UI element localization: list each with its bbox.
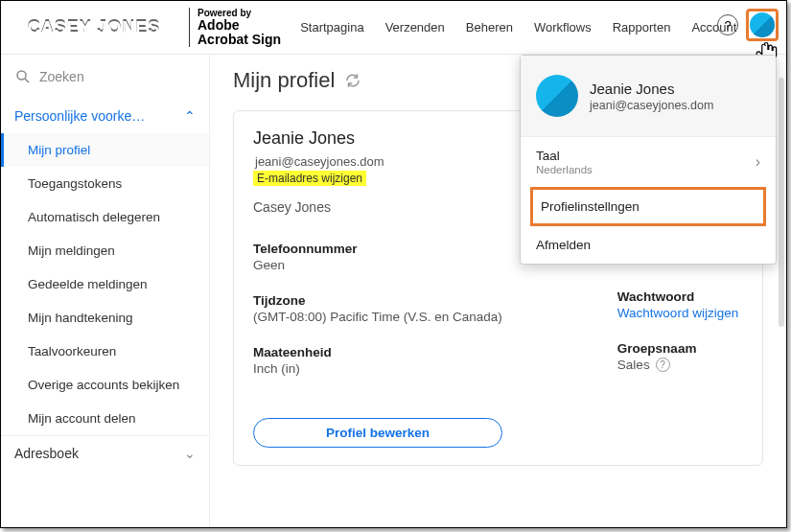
adobe-label: Adobe — [198, 18, 281, 33]
nav-verzenden[interactable]: Verzenden — [385, 20, 445, 35]
search-input[interactable]: Zoeken — [1, 55, 209, 99]
user-avatar-button[interactable] — [746, 9, 779, 41]
brand-logo: CASEY JONES — [9, 9, 179, 47]
sidebar-section-adresboek[interactable]: Adresboek ⌄ — [1, 435, 209, 471]
timezone-value: (GMT-08:00) Pacific Time (V.S. en Canada… — [253, 310, 502, 324]
search-placeholder: Zoeken — [39, 69, 84, 84]
sidebar-section-label: Persoonlijke voorke… — [14, 108, 145, 124]
group-label: Groepsnaam — [617, 341, 738, 356]
dropdown-user-block: Jeanie Jones jeani@caseyjones.dom — [521, 56, 776, 136]
dropdown-lang-label: Taal — [536, 149, 560, 163]
change-password-link[interactable]: Wachtwoord wijzigen — [617, 306, 738, 320]
dropdown-user-email: jeani@caseyjones.dom — [590, 99, 713, 112]
dropdown-profile-settings[interactable]: Profielinstellngen — [530, 187, 766, 226]
dropdown-language[interactable]: Taal Nederlands › — [521, 136, 776, 187]
timezone-label: Tijdzone — [253, 293, 502, 308]
svg-line-1 — [25, 79, 29, 82]
chevron-right-icon: › — [756, 153, 760, 171]
sidebar-item-taalvoorkeuren[interactable]: Taalvoorkeuren — [1, 335, 209, 368]
svg-point-0 — [17, 71, 26, 80]
sidebar-item-mijn-handtekening[interactable]: Mijn handtekening — [1, 301, 209, 335]
help-icon[interactable]: ? — [717, 14, 738, 35]
sidebar-item-mijn-meldingen[interactable]: Mijn meldingen — [1, 234, 209, 267]
phone-value: Geen — [253, 258, 502, 272]
change-email-link[interactable]: E-mailadres wijzigen — [253, 171, 366, 186]
nav-workflows[interactable]: Workflows — [534, 20, 592, 35]
powered-by-block: Powered by Adobe Acrobat Sign — [189, 8, 281, 48]
chevron-down-icon: ⌄ — [184, 446, 196, 461]
sidebar-item-toegangstokens[interactable]: Toegangstokens — [1, 167, 209, 200]
chevron-up-icon: ⌃ — [184, 108, 196, 124]
avatar-icon — [750, 12, 775, 37]
adresboek-label: Adresboek — [14, 446, 79, 461]
app-header: CASEY JONES Powered by Adobe Acrobat Sig… — [1, 1, 786, 55]
password-label: Wachtwoord — [617, 289, 738, 304]
dropdown-user-name: Jeanie Jones — [590, 81, 713, 97]
powered-by-label: Powered by — [198, 8, 281, 18]
nav-startpagina[interactable]: Startpagina — [300, 20, 364, 35]
product-label: Acrobat Sign — [198, 33, 281, 47]
phone-label: Telefoonnummer — [253, 242, 502, 256]
group-help-icon[interactable]: ? — [656, 358, 670, 372]
nav-rapporten[interactable]: Rapporten — [613, 20, 671, 35]
user-dropdown: Jeanie Jones jeani@caseyjones.dom Taal N… — [520, 55, 777, 265]
sidebar-item-overige-accounts[interactable]: Overige accounts bekijken — [1, 368, 209, 402]
dropdown-avatar-icon — [536, 75, 578, 117]
page-title: Mijn profiel — [233, 68, 335, 93]
sidebar-section-personal[interactable]: Persoonlijke voorke… ⌃ — [1, 99, 209, 133]
sidebar-item-automatisch-delegeren[interactable]: Automatisch delegeren — [1, 200, 209, 234]
unit-label: Maateenheid — [253, 345, 502, 359]
dropdown-signout[interactable]: Afmelden — [521, 226, 776, 264]
sidebar-item-mijn-account-delen[interactable]: Mijn account delen — [1, 402, 209, 435]
dropdown-lang-value: Nederlands — [536, 164, 593, 175]
group-value: Sales — [617, 358, 650, 372]
edit-profile-button[interactable]: Profiel bewerken — [253, 418, 502, 448]
sidebar-item-mijn-profiel[interactable]: Mijn profiel — [1, 133, 209, 167]
nav-beheren[interactable]: Beheren — [466, 20, 513, 35]
top-nav: Startpagina Verzenden Beheren Workflows … — [300, 20, 736, 35]
sidebar: Zoeken Persoonlijke voorke… ⌃ Mijn profi… — [1, 55, 210, 527]
refresh-icon[interactable] — [344, 72, 361, 89]
sidebar-item-gedeelde-meldingen[interactable]: Gedeelde meldingen — [1, 267, 209, 301]
search-icon — [14, 68, 32, 85]
sidebar-list: Mijn profiel Toegangstokens Automatisch … — [1, 133, 209, 435]
unit-value: Inch (in) — [253, 361, 502, 376]
